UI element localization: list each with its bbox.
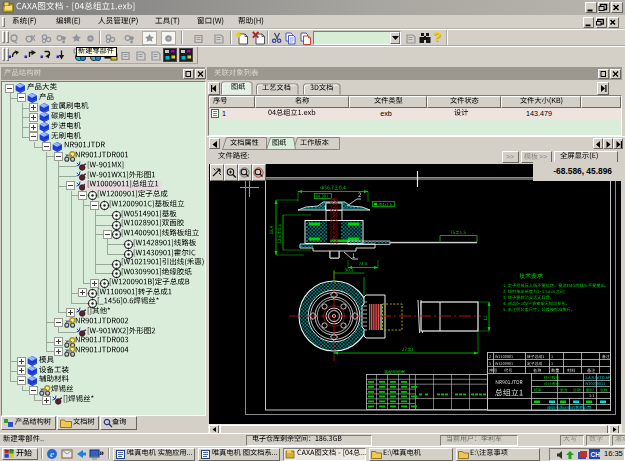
svg-text:?: ? — [433, 29, 441, 44]
svg-text:e: e — [50, 449, 54, 459]
